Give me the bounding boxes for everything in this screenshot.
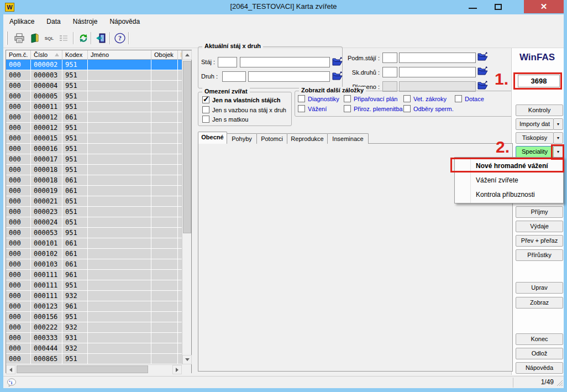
table-row[interactable]: 000000024051 xyxy=(6,217,182,228)
prijmy-button[interactable]: Příjmy xyxy=(516,206,563,218)
importy-dat-button[interactable]: Importy dat xyxy=(516,118,554,130)
checkbox-jen-na-vlastnich-stajich[interactable]: Jen na vlastních stájích xyxy=(202,96,281,103)
minimize-button[interactable] xyxy=(460,0,486,13)
table-row[interactable]: 000000111951 xyxy=(6,280,182,291)
table-row[interactable]: 000000023051 xyxy=(6,207,182,217)
list-button[interactable] xyxy=(56,31,71,45)
table-row[interactable]: 000000015951 xyxy=(6,133,182,144)
column-header-p[interactable]: P xyxy=(178,50,182,60)
table-row[interactable]: 000000156951 xyxy=(6,312,182,322)
table-row[interactable]: 000000053951 xyxy=(6,228,182,238)
column-header-jmeno[interactable]: Jméno xyxy=(88,50,151,60)
table-row[interactable]: 000000018951 xyxy=(6,165,182,175)
checkbox-priparovaci-plan[interactable]: Připařovací plán xyxy=(344,95,398,102)
table-row[interactable]: 000000003951 xyxy=(6,70,182,81)
vydaje-button[interactable]: Výdaje xyxy=(516,221,563,232)
column-header-obojek[interactable]: Obojek xyxy=(151,50,178,60)
menu-aplikace[interactable]: Aplikace xyxy=(3,15,40,28)
sk-druhu-name-input[interactable] xyxy=(399,67,476,77)
table-row[interactable]: 000000011951 xyxy=(6,102,182,112)
podm-staji-lookup-button[interactable] xyxy=(477,52,489,61)
refresh-button[interactable] xyxy=(76,31,91,45)
help-button[interactable]: ? xyxy=(113,31,127,45)
druh-code-input[interactable] xyxy=(222,71,246,82)
menu-item-kontrola-pribuznosti[interactable]: Kontrola příbuznosti xyxy=(471,187,563,202)
staj-code-input[interactable] xyxy=(218,57,237,67)
sk-druhu-lookup-button[interactable] xyxy=(477,66,489,76)
konec-button[interactable]: Konec xyxy=(516,333,563,345)
checkbox-priroz-plemenitba[interactable]: Přiroz. plemenitba xyxy=(344,105,403,112)
table-row[interactable]: 000000101061 xyxy=(6,238,182,249)
podm-staji-name-input[interactable] xyxy=(399,53,476,63)
table-row[interactable]: 000000102061 xyxy=(6,249,182,259)
podm-staji-code-input[interactable] xyxy=(382,53,397,63)
importy-dat-dropdown-button[interactable]: ▼ xyxy=(553,118,563,130)
resize-grip[interactable] xyxy=(556,379,563,388)
print-button[interactable] xyxy=(12,31,27,45)
tiskopisy-button[interactable]: Tiskopisy xyxy=(516,132,554,144)
druh-name-input[interactable] xyxy=(248,71,330,82)
tab-reprodukce[interactable]: Reprodukce xyxy=(287,133,328,144)
checkbox-odbery-sperm[interactable]: Odběry sperm. xyxy=(403,105,454,112)
sql-button[interactable]: SQL xyxy=(42,31,56,45)
tab-potomci[interactable]: Potomci xyxy=(256,133,287,144)
column-header-pomc[interactable]: Pom.č. xyxy=(6,50,31,60)
table-row[interactable]: 000000103061 xyxy=(6,259,182,270)
tab-inseminace[interactable]: Inseminace xyxy=(327,133,369,144)
tab-obecne[interactable]: Obecné xyxy=(198,132,227,144)
napoveda-button[interactable]: Nápověda xyxy=(516,362,563,374)
prirustky-button[interactable]: Přírůstky xyxy=(516,249,563,261)
checkbox-jen-s-vazbou[interactable]: Jen s vazbou na stáj x druh xyxy=(202,106,286,113)
table-row[interactable]: 000000018061 xyxy=(6,175,182,186)
checkbox-diagnostiky[interactable]: Diagnostiky xyxy=(298,95,339,102)
checkbox-jen-s-matkou[interactable]: Jen s matkou xyxy=(202,116,248,123)
table-row[interactable]: 000000111932 xyxy=(6,291,182,301)
table-row[interactable]: 000000012061 xyxy=(6,112,182,123)
table-row[interactable]: 000000019061 xyxy=(6,186,182,196)
tiskopisy-dropdown-button[interactable]: ▼ xyxy=(553,132,563,144)
menu-item-vazeni-zvirete[interactable]: Vážení zvířete xyxy=(471,173,563,187)
table-row[interactable]: 000000021051 xyxy=(6,196,182,207)
menu-napoveda[interactable]: Nápověda xyxy=(103,15,146,28)
sk-druhu-code-input[interactable] xyxy=(382,67,397,77)
table-row[interactable]: 000000002951 xyxy=(6,60,182,70)
tab-pohyby[interactable]: Pohyby xyxy=(227,133,257,144)
zobraz-button[interactable]: Zobraz xyxy=(516,297,563,309)
column-header-kodex[interactable]: Kodex xyxy=(62,50,88,60)
checkbox-vazeni[interactable]: Vážení xyxy=(298,105,327,112)
speciality-button[interactable]: Speciality xyxy=(516,146,554,158)
table-row[interactable]: 000000005951 xyxy=(6,91,182,102)
prev-preraz-button[interactable]: Přev + přeřaz xyxy=(516,235,563,247)
odloz-button[interactable]: Odlož xyxy=(516,348,563,359)
menu-data[interactable]: Data xyxy=(40,15,66,28)
checkbox-dotace[interactable]: Dotace xyxy=(455,95,484,102)
table-row[interactable]: 000000865951 xyxy=(6,354,182,364)
table-row[interactable]: 000000012951 xyxy=(6,123,182,133)
table-row[interactable]: 000000017951 xyxy=(6,154,182,165)
toolbar-grip[interactable] xyxy=(6,32,8,45)
titlebar[interactable]: W [2064_TESTOVACI] Karta zvířete ✕ xyxy=(0,0,567,14)
horizontal-scroll-thumb[interactable] xyxy=(17,365,148,373)
table-row[interactable]: 000000444932 xyxy=(6,343,182,354)
kontroly-button[interactable]: Kontroly xyxy=(516,104,563,116)
journal-button[interactable] xyxy=(28,31,42,45)
horizontal-scrollbar[interactable] xyxy=(6,364,182,374)
vertical-scrollbar[interactable] xyxy=(182,50,191,364)
table-row[interactable]: 000000333931 xyxy=(6,333,182,343)
scroll-down-button[interactable] xyxy=(182,355,192,364)
staj-name-input[interactable] xyxy=(240,57,330,67)
close-button[interactable]: ✕ xyxy=(524,0,564,13)
checkbox-vet-zakroky[interactable]: Vet. zákroky xyxy=(403,95,447,102)
column-header-cislo[interactable]: Číslo xyxy=(31,50,62,60)
table-row[interactable]: 000000222932 xyxy=(6,322,182,333)
scroll-right-button[interactable] xyxy=(172,365,182,374)
plemeno-lookup-button[interactable] xyxy=(477,81,489,90)
table-row[interactable]: 000000004951 xyxy=(6,81,182,91)
scroll-left-button[interactable] xyxy=(6,365,15,374)
maximize-button[interactable] xyxy=(486,0,511,13)
uprav-button[interactable]: Uprav xyxy=(516,282,563,294)
vertical-scroll-thumb[interactable] xyxy=(183,61,191,233)
exit-button[interactable] xyxy=(94,31,108,45)
table-row[interactable]: 000000123961 xyxy=(6,301,182,312)
table-row[interactable]: 000000016951 xyxy=(6,144,182,154)
